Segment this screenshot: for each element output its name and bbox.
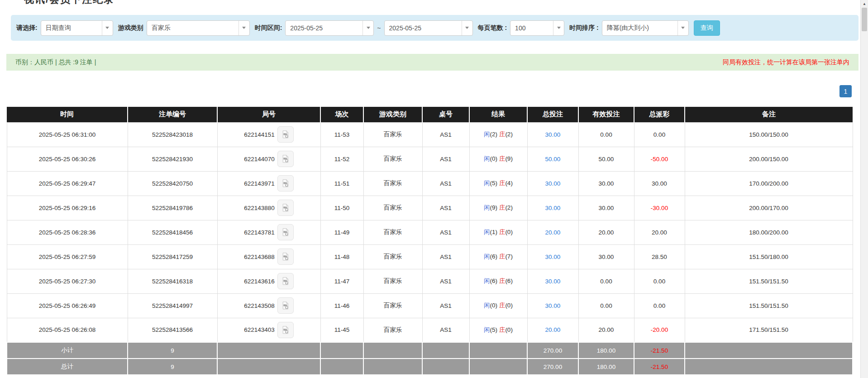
date-from-select[interactable]: 2025-05-25 <box>285 20 374 36</box>
cell-result: 闲(0) 庄(9) <box>469 147 527 171</box>
cell-remark: 151.50/151.50 <box>685 269 853 293</box>
result-player: 闲 <box>484 204 490 211</box>
cell-time: 2025-05-25 06:27:30 <box>7 269 128 293</box>
round-no-text: 622144070 <box>244 156 275 163</box>
video-record-icon[interactable] <box>277 322 294 338</box>
cell-result: 闲(5) 庄(4) <box>469 171 527 196</box>
cell-time: 2025-05-25 06:31:00 <box>7 122 128 147</box>
payout-value: -20.00 <box>651 326 668 333</box>
total-bet-link[interactable]: 30.00 <box>545 278 561 285</box>
cell-total-bet: 20.00 <box>527 220 578 244</box>
cell-time: 2025-05-25 06:28:36 <box>7 220 128 244</box>
result-player-count: (0) <box>490 302 498 309</box>
round-no-text: 622143781 <box>244 229 275 236</box>
cell-remark: 151.50/151.50 <box>685 293 853 318</box>
cell-valid-bet: 30.00 <box>578 244 634 269</box>
summary-cell-time: 总计 <box>7 359 128 375</box>
summary-cell-remark <box>685 342 853 359</box>
result-banker: 庄 <box>499 131 506 138</box>
result-banker-count: (0) <box>505 326 513 333</box>
chevron-down-icon <box>238 21 249 35</box>
total-bet-link[interactable]: 30.00 <box>545 302 561 309</box>
cell-session: 11-45 <box>320 318 363 342</box>
payout-value: 30.00 <box>652 180 667 187</box>
table-row: 2025-05-25 06:31:00522528423018622144151… <box>7 122 853 147</box>
total-bet-link[interactable]: 30.00 <box>545 254 561 260</box>
round-no-text: 622143688 <box>244 254 275 260</box>
scrollbar-thumb[interactable] <box>862 8 867 31</box>
cell-total-bet: 20.00 <box>527 318 578 342</box>
sort-select[interactable]: 降冪(由大到小) <box>602 20 689 36</box>
cell-time: 2025-05-25 06:30:26 <box>7 147 128 171</box>
result-player: 闲 <box>484 155 490 162</box>
payout-value: 0.00 <box>653 302 665 309</box>
result-banker-count: (9) <box>505 155 513 162</box>
game-type-group: 游戏类别 百家乐 <box>118 20 250 36</box>
payout-value: 0.00 <box>653 278 665 285</box>
payout-value: 28.50 <box>652 254 667 260</box>
cell-remark: 200.00/170.00 <box>685 196 853 220</box>
header-game-type: 游戏类别 <box>363 107 422 122</box>
summary-cell-remark <box>685 359 853 375</box>
round-no-text: 622143880 <box>244 205 275 211</box>
cell-session: 11-46 <box>320 293 363 318</box>
date-to-value: 2025-05-25 <box>385 24 462 32</box>
per-page-select[interactable]: 100 <box>510 20 564 36</box>
payout-value: -30.00 <box>651 205 668 211</box>
cell-table-no: AS1 <box>422 220 469 244</box>
cell-round-no: 622143781 <box>217 220 320 244</box>
round-no-text: 622144151 <box>244 131 275 138</box>
cell-round-no: 622143508 <box>217 293 320 318</box>
cell-total-bet: 30.00 <box>527 196 578 220</box>
date-to-select[interactable]: 2025-05-25 <box>384 20 473 36</box>
cell-bet-no: 522528420750 <box>128 171 217 196</box>
scroll-up-arrow-icon[interactable]: ▲ <box>861 0 868 8</box>
cell-session: 11-49 <box>320 220 363 244</box>
video-record-icon[interactable] <box>277 126 294 143</box>
header-payout: 总派彩 <box>634 107 685 122</box>
cell-valid-bet: 20.00 <box>578 220 634 244</box>
summary-cell-result <box>469 359 527 375</box>
round-no-text: 622143616 <box>244 278 275 285</box>
result-banker: 庄 <box>499 155 506 162</box>
summary-payout-value: -21.50 <box>651 347 668 354</box>
round-no-text: 622143508 <box>244 302 275 309</box>
total-bet-link[interactable]: 50.00 <box>545 156 561 163</box>
video-record-icon[interactable] <box>277 151 294 167</box>
total-bet-link[interactable]: 20.00 <box>545 229 561 236</box>
cell-game-type: 百家乐 <box>363 220 422 244</box>
cell-game-type: 百家乐 <box>363 293 422 318</box>
total-bet-link[interactable]: 30.00 <box>545 180 561 187</box>
video-record-icon[interactable] <box>277 273 294 289</box>
video-record-icon[interactable] <box>277 175 294 191</box>
video-record-icon[interactable] <box>277 249 294 265</box>
total-bet-link[interactable]: 30.00 <box>545 205 561 211</box>
scrollbar[interactable]: ▲ <box>860 0 868 378</box>
result-player-count: (5) <box>490 180 498 187</box>
cell-remark: 200.00/150.00 <box>685 147 853 171</box>
video-record-icon[interactable] <box>277 224 294 240</box>
game-type-select[interactable]: 百家乐 <box>147 20 250 36</box>
cell-table-no: AS1 <box>422 171 469 196</box>
video-record-icon[interactable] <box>277 297 294 314</box>
cell-payout: 0.00 <box>634 122 685 147</box>
cell-table-no: AS1 <box>422 122 469 147</box>
total-bet-link[interactable]: 30.00 <box>545 131 561 138</box>
cell-remark: 150.00/150.00 <box>685 122 853 147</box>
cell-round-no: 622144151 <box>217 122 320 147</box>
summary-cell-game-type <box>363 359 422 375</box>
result-player: 闲 <box>484 229 490 235</box>
cell-round-no: 622144070 <box>217 147 320 171</box>
result-banker: 庄 <box>499 204 506 211</box>
query-button[interactable]: 查询 <box>694 20 720 36</box>
cell-time: 2025-05-25 06:26:08 <box>7 318 128 342</box>
result-player-count: (1) <box>490 229 498 235</box>
page-1-button[interactable]: 1 <box>839 85 852 97</box>
header-total-bet: 总投注 <box>527 107 578 122</box>
range-separator: ~ <box>377 24 381 32</box>
total-bet-link[interactable]: 20.00 <box>545 326 561 333</box>
payout-value: -50.00 <box>651 156 668 163</box>
video-record-icon[interactable] <box>277 200 294 216</box>
cell-bet-no: 522528421930 <box>128 147 217 171</box>
query-type-select[interactable]: 日期查询 <box>41 20 113 36</box>
